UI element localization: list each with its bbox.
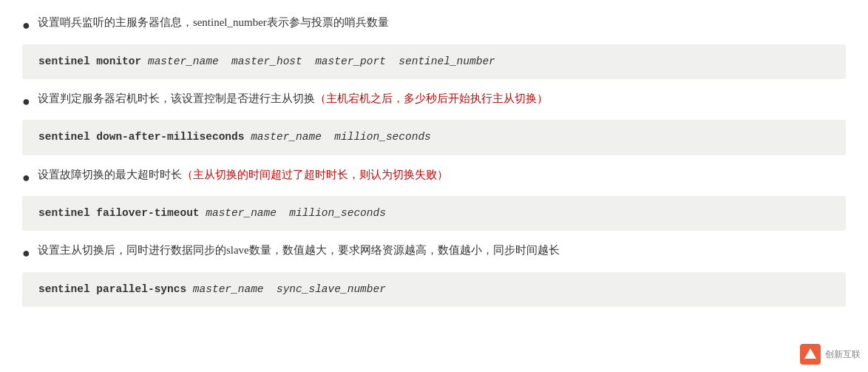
bullet-text-3: 设置故障切换的最大超时时长（主从切换的时间超过了超时时长，则认为切换失败） [38, 166, 448, 185]
code-bold-2: sentinel down-after-milliseconds [38, 131, 244, 143]
bullet-row-3: ●设置故障切换的最大超时时长（主从切换的时间超过了超时时长，则认为切换失败） [22, 166, 846, 189]
content-container: ●设置哨兵监听的主服务器信息，sentinel_number表示参与投票的哨兵数… [22, 13, 846, 307]
watermark: 创新互联 [800, 344, 861, 365]
code-italic-3: master_name million_seconds [200, 207, 386, 219]
code-italic-4: master_name sync_slave_number [186, 283, 386, 295]
logo-icon [803, 347, 818, 362]
bullet-text-4: 设置主从切换后，同时进行数据同步的slave数量，数值越大，要求网络资源越高，数… [38, 241, 560, 260]
bullet-row-1: ●设置哨兵监听的主服务器信息，sentinel_number表示参与投票的哨兵数… [22, 13, 846, 37]
code-block-4: sentinel parallel-syncs master_name sync… [22, 272, 846, 307]
bullet-icon-1: ● [22, 14, 30, 37]
bullet-red-text-2: （主机宕机之后，多少秒后开始执行主从切换） [315, 92, 548, 104]
code-bold-1: sentinel monitor [38, 55, 141, 67]
bullet-row-2: ●设置判定服务器宕机时长，该设置控制是否进行主从切换（主机宕机之后，多少秒后开始… [22, 89, 846, 113]
code-italic-2: master_name million_seconds [244, 131, 430, 143]
bullet-icon-2: ● [22, 90, 30, 113]
bullet-text-1: 设置哨兵监听的主服务器信息，sentinel_number表示参与投票的哨兵数量 [38, 13, 389, 33]
code-bold-3: sentinel failover-timeout [38, 207, 200, 219]
bullet-red-text-3: （主从切换的时间超过了超时时长，则认为切换失败） [182, 169, 448, 180]
code-bold-4: sentinel parallel-syncs [38, 283, 186, 295]
bullet-text-2: 设置判定服务器宕机时长，该设置控制是否进行主从切换（主机宕机之后，多少秒后开始执… [38, 89, 548, 109]
watermark-text: 创新互联 [825, 348, 861, 361]
bullet-icon-4: ● [22, 242, 30, 265]
svg-marker-0 [804, 348, 816, 359]
code-block-2: sentinel down-after-milliseconds master_… [22, 120, 846, 155]
bullet-icon-3: ● [22, 166, 30, 189]
bullet-row-4: ●设置主从切换后，同时进行数据同步的slave数量，数值越大，要求网络资源越高，… [22, 241, 846, 265]
code-block-3: sentinel failover-timeout master_name mi… [22, 196, 846, 231]
watermark-logo [800, 344, 821, 365]
code-block-1: sentinel monitor master_name master_host… [22, 44, 846, 79]
code-italic-1: master_name master_host master_port sent… [141, 55, 495, 67]
